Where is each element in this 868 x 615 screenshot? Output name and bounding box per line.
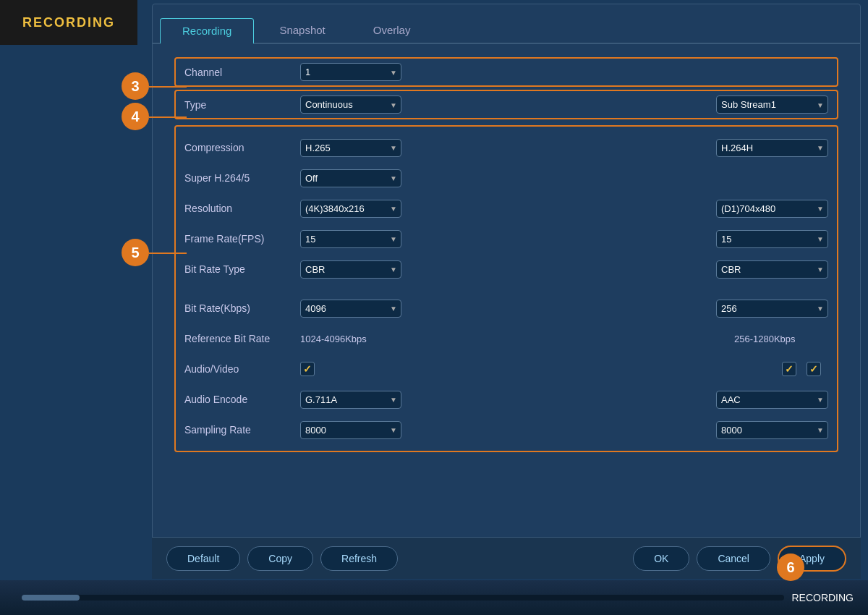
audiovideo-sub-checkbox2[interactable] (807, 362, 821, 376)
framerate-sub-select[interactable]: 15302510 (716, 230, 828, 248)
bitratetype-main-wrapper: CBRVBR (300, 260, 401, 279)
type-label: Type (184, 99, 300, 111)
copy-button[interactable]: Copy (247, 546, 313, 571)
refbitrate-label: Reference Bit Rate (184, 333, 300, 344)
samplingrate-main-select[interactable]: 80001600032000 (300, 421, 401, 439)
badge-5-arrow (149, 253, 187, 254)
substream-select[interactable]: Sub Stream1Sub Stream2Main Stream (716, 96, 828, 114)
samplingrate-main-wrapper: 80001600032000 (300, 421, 401, 439)
refbitrate-row: Reference Bit Rate 1024-4096Kbps 256-128… (184, 323, 828, 354)
type-select-wrapper: ContinuousMotionAlarmAlways (300, 96, 401, 114)
badge-4-arrow (149, 116, 187, 118)
badge-3: 3 (122, 72, 149, 100)
tab-overlay[interactable]: Overlay (351, 17, 433, 43)
badge-3-arrow (149, 86, 187, 88)
audioencode-sub-select[interactable]: AACG.711AG.711U (716, 391, 828, 409)
badge-4: 4 (122, 103, 149, 130)
bitrate-main-wrapper: 409681922048 (300, 300, 401, 318)
super-h264-row: Super H.264/5 OffOn (184, 163, 828, 193)
framerate-label: Frame Rate(FPS) (184, 233, 300, 245)
default-button[interactable]: Default (166, 546, 240, 571)
footer-label: RECORDING (791, 592, 854, 603)
type-select[interactable]: ContinuousMotionAlarmAlways (300, 96, 401, 114)
framerate-sub-wrapper: 15302510 (716, 230, 828, 248)
audioencode-row: Audio Encode G.711AG.711UG.726AAC AACG.7… (184, 384, 828, 415)
dialog: Recording Snapshot Overlay Channel 1234 … (152, 4, 861, 579)
samplingrate-sub-select[interactable]: 80001600032000 (716, 421, 828, 439)
form-content: Channel 1234 Type ContinuousMotionAlarmA… (153, 44, 860, 471)
framerate-row: Frame Rate(FPS) 15302510 15302510 (184, 224, 828, 254)
ok-button[interactable]: OK (633, 546, 689, 571)
resolution-row: Resolution (4K)3840x2161080P720P (D1)704… (184, 193, 828, 224)
compression-main-select[interactable]: H.265H.264H.264H (300, 139, 401, 157)
compression-row: Compression H.265H.264H.264H H.264HH.265… (184, 132, 828, 163)
compression-sub-wrapper: H.264HH.265H.264 (716, 139, 828, 157)
compression-main-wrapper: H.265H.264H.264H (300, 139, 401, 157)
framerate-main-select[interactable]: 15302510 (300, 230, 401, 248)
tabs-bar: Recording Snapshot Overlay (153, 4, 860, 44)
bottom-bar: Default Copy Refresh OK Cancel Apply (152, 537, 861, 579)
scroll-thumb[interactable] (22, 595, 80, 601)
audiovideo-main-checkbox[interactable] (300, 362, 315, 376)
footer: RECORDING (0, 580, 868, 615)
title-label: RECORDING (22, 15, 115, 30)
audioencode-main-wrapper: G.711AG.711UG.726AAC (300, 391, 401, 409)
scroll-track[interactable] (22, 595, 784, 601)
compression-label: Compression (184, 142, 300, 153)
resolution-main-wrapper: (4K)3840x2161080P720P (300, 200, 401, 218)
badge-6: 6 (777, 554, 804, 581)
bitratetype-row: Bit Rate Type CBRVBR CBRVBR (184, 254, 828, 284)
samplingrate-sub-wrapper: 80001600032000 (716, 421, 828, 439)
super-h264-wrapper: OffOn (300, 169, 401, 187)
bitratetype-label: Bit Rate Type (184, 263, 300, 275)
resolution-main-select[interactable]: (4K)3840x2161080P720P (300, 200, 401, 218)
substream-select-wrapper: Sub Stream1Sub Stream2Main Stream (716, 96, 828, 114)
samplingrate-label: Sampling Rate (184, 424, 300, 436)
resolution-sub-wrapper: (D1)704x480CIFQCIF (716, 200, 828, 218)
channel-row: Channel 1234 (174, 57, 838, 87)
cancel-button[interactable]: Cancel (697, 546, 770, 571)
bitratetype-main-select[interactable]: CBRVBR (300, 260, 401, 279)
bitratetype-sub-select[interactable]: CBRVBR (716, 260, 828, 279)
resolution-sub-select[interactable]: (D1)704x480CIFQCIF (716, 200, 828, 218)
framerate-main-wrapper: 15302510 (300, 230, 401, 248)
settings-box: Compression H.265H.264H.264H H.264HH.265… (174, 125, 838, 452)
resolution-label: Resolution (184, 203, 300, 214)
title-bar: RECORDING (0, 0, 137, 45)
audioencode-main-select[interactable]: G.711AG.711UG.726AAC (300, 391, 401, 409)
tab-snapshot[interactable]: Snapshot (257, 17, 347, 43)
super-h264-select[interactable]: OffOn (300, 169, 401, 187)
bitrate-sub-wrapper: 256512128 (716, 300, 828, 318)
tab-recording[interactable]: Recording (160, 18, 254, 44)
samplingrate-row: Sampling Rate 80001600032000 80001600032… (184, 415, 828, 445)
channel-select-wrapper: 1234 (300, 63, 401, 81)
compression-sub-select[interactable]: H.264HH.265H.264 (716, 139, 828, 157)
badge-5: 5 (122, 239, 149, 266)
bitratetype-sub-wrapper: CBRVBR (716, 260, 828, 279)
refbitrate-main-value: 1024-4096Kbps (300, 334, 394, 344)
bitrate-main-select[interactable]: 409681922048 (300, 300, 401, 318)
channel-select[interactable]: 1234 (300, 63, 401, 81)
refbitrate-sub-value: 256-1280Kbps (734, 334, 828, 344)
audioencode-sub-wrapper: AACG.711AG.711U (716, 391, 828, 409)
audiovideo-sub-checkbox1[interactable] (782, 362, 796, 376)
audiovideo-label: Audio/Video (184, 363, 300, 375)
audiovideo-row: Audio/Video (184, 354, 828, 384)
bitrate-label: Bit Rate(Kbps) (184, 302, 300, 314)
audioencode-label: Audio Encode (184, 394, 300, 405)
refresh-button[interactable]: Refresh (320, 546, 398, 571)
type-row: Type ContinuousMotionAlarmAlways Sub Str… (174, 90, 838, 119)
channel-label: Channel (184, 67, 300, 78)
bitrate-sub-select[interactable]: 256512128 (716, 300, 828, 318)
super-h264-label: Super H.264/5 (184, 172, 300, 184)
bitrate-row: Bit Rate(Kbps) 409681922048 256512128 (184, 293, 828, 323)
